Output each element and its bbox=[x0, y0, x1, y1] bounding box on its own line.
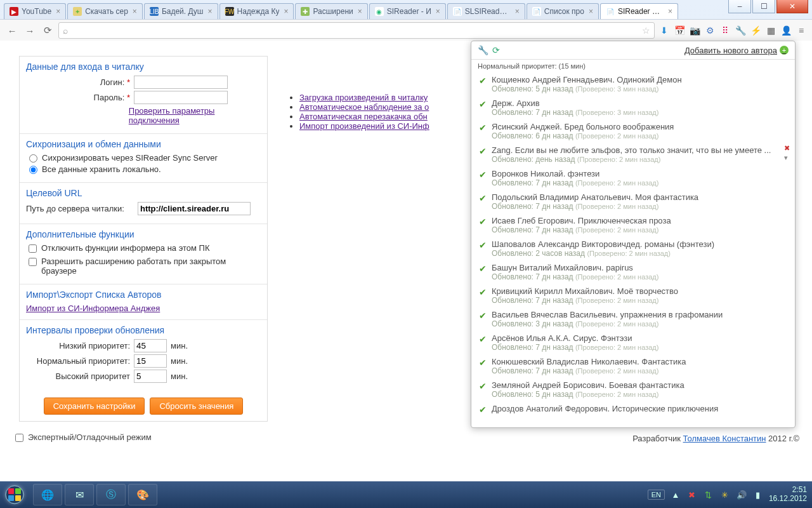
tab-close-icon[interactable]: × bbox=[208, 7, 213, 16]
tray-flag-icon[interactable]: ▲ bbox=[670, 489, 681, 500]
tab-close-icon[interactable]: × bbox=[589, 7, 593, 16]
low-priority-input[interactable] bbox=[134, 339, 167, 352]
window-minimize-button[interactable]: – bbox=[728, 0, 751, 13]
tab-favicon: ▶ bbox=[10, 7, 18, 16]
browser-tab[interactable]: ◉SIReader - И× bbox=[369, 3, 446, 19]
bookmark-star-icon[interactable]: ☆ bbox=[642, 25, 650, 36]
author-entry[interactable]: ✔Держ. АрхивОбновлено: 7 дн назад (Прове… bbox=[478, 96, 792, 119]
tab-close-icon[interactable]: × bbox=[515, 7, 520, 16]
dropbox-icon[interactable]: ⬇ bbox=[658, 25, 670, 36]
author-entry[interactable]: ✔Кощиенко Андрей Геннадьевич. Одинокий Д… bbox=[478, 72, 792, 96]
author-entry[interactable]: ✔Арсёнов Илья А.К.А. Сирус. ФэнтэзиОбнов… bbox=[478, 331, 792, 354]
expert-mode-checkbox[interactable] bbox=[15, 434, 23, 442]
tab-close-icon[interactable]: × bbox=[436, 7, 440, 16]
author-entry[interactable]: ✔Васильев Вячеслав Васильевич. упражнени… bbox=[478, 307, 792, 331]
tray-network-icon[interactable]: ⇅ bbox=[703, 489, 714, 500]
author-entry[interactable]: ✔Конюшевский Владислав Николаевич. Фанта… bbox=[478, 354, 792, 378]
help-link[interactable]: Импорт произведений из СИ-Инф bbox=[299, 121, 429, 131]
developer-link[interactable]: Толмачев Константин bbox=[683, 434, 766, 443]
author-entry[interactable]: ✔Дроздов Анатолий Федорович. Исторически… bbox=[478, 401, 792, 416]
author-list[interactable]: ✔Кощиенко Андрей Геннадьевич. Одинокий Д… bbox=[471, 72, 795, 427]
lang-indicator[interactable]: EN bbox=[648, 490, 665, 500]
window-maximize-button[interactable]: ☐ bbox=[752, 0, 775, 13]
browser-tab[interactable]: LIBБадей. Душ× bbox=[144, 3, 218, 19]
tray-clock[interactable]: 2:51 16.12.2012 bbox=[769, 486, 807, 504]
start-button[interactable] bbox=[0, 481, 29, 508]
calendar-icon[interactable]: 📅 bbox=[674, 25, 685, 36]
tray-battery-icon[interactable]: ▮ bbox=[752, 489, 764, 500]
window-close-button[interactable]: ✕ bbox=[776, 0, 808, 13]
bolt-icon[interactable]: ⚡ bbox=[750, 25, 761, 36]
refresh-icon[interactable]: ⟳ bbox=[492, 45, 500, 55]
author-entry[interactable]: ✔Кривицкий Кирилл Михайлович. Моё творче… bbox=[478, 284, 792, 307]
author-entry[interactable]: ✔Zang. Если вы не любите эльфов, это тол… bbox=[478, 143, 792, 166]
browser-tab[interactable]: FWНадежда Ку× bbox=[219, 3, 294, 19]
taskbar-mail[interactable]: ✉ bbox=[65, 484, 94, 505]
sync-section-title: Сихронизация и обмен данными bbox=[26, 139, 261, 149]
expert-mode-row[interactable]: Экспертный/Отладочный режим bbox=[13, 432, 152, 444]
check-connection-link[interactable]: Проверить параметры подключения bbox=[129, 106, 261, 125]
entry-down-icon[interactable]: ▾ bbox=[784, 154, 790, 162]
url-input[interactable] bbox=[138, 202, 251, 215]
browser-tab[interactable]: ✚Расширени× bbox=[295, 3, 367, 19]
taskbar-paint[interactable]: 🎨 bbox=[128, 484, 157, 505]
wrench-icon[interactable]: 🔧 bbox=[478, 45, 488, 55]
extension-icons: ⬇ 📅 📷 ⚙ ⠿ 🔧 ⚡ ▦ 👤 ≡ bbox=[658, 25, 807, 36]
puzzle-icon[interactable]: ⠿ bbox=[719, 25, 731, 36]
browser-tab[interactable]: ▶YouTube× bbox=[4, 3, 66, 19]
camera-icon[interactable]: 📷 bbox=[689, 25, 700, 36]
tab-close-icon[interactable]: × bbox=[133, 7, 137, 16]
forward-button[interactable]: → bbox=[23, 23, 37, 37]
entry-title: Конюшевский Владислав Николаевич. Фантас… bbox=[492, 357, 780, 366]
developer-text: Разработчик bbox=[632, 434, 683, 443]
sync-server-radio[interactable] bbox=[29, 154, 37, 163]
address-bar[interactable]: ⌕ ☆ bbox=[58, 22, 655, 39]
reset-button[interactable]: Сбросить значения bbox=[150, 398, 243, 415]
tray-bug-icon[interactable]: ✳ bbox=[719, 489, 731, 500]
author-entry[interactable]: ✔Шаповалов Александр Викторовичдед. рома… bbox=[478, 237, 792, 260]
entry-updated: Обновлено: 7 дн назад bbox=[492, 202, 573, 211]
help-link[interactable]: Автоматическое наблюдение за о bbox=[299, 102, 429, 112]
allow-background-checkbox[interactable] bbox=[29, 258, 37, 266]
menu-icon[interactable]: ≡ bbox=[796, 25, 807, 36]
author-entry[interactable]: ✔Башун Виталий Михайлович. papirusОбновл… bbox=[478, 260, 792, 284]
profile-icon[interactable]: 👤 bbox=[780, 25, 792, 36]
entry-updated: Обновлено: 7 дн назад bbox=[492, 272, 573, 281]
browser-tab[interactable]: ✦Скачать сер× bbox=[67, 3, 143, 19]
taskbar-chrome[interactable]: 🌐 bbox=[33, 484, 62, 505]
tab-close-icon[interactable]: × bbox=[668, 7, 672, 16]
tool-icon[interactable]: 🔧 bbox=[735, 25, 746, 36]
tray-shield-icon[interactable]: ✖ bbox=[686, 489, 698, 500]
tray-volume-icon[interactable]: 🔊 bbox=[736, 489, 747, 500]
entry-delete-icon[interactable]: ✖ bbox=[784, 144, 790, 152]
author-entry[interactable]: ✔Воронков Николай. фэнтезиОбновлено: 7 д… bbox=[478, 166, 792, 190]
reload-button[interactable]: ⟳ bbox=[41, 23, 55, 37]
import-link[interactable]: Импорт из СИ-Информера Анджея bbox=[26, 304, 160, 313]
browser-tab[interactable]: 📄SLSIReader -× bbox=[447, 3, 525, 19]
save-button[interactable]: Сохранить настройки bbox=[44, 398, 145, 415]
back-button[interactable]: ← bbox=[5, 23, 19, 37]
sync-local-radio[interactable] bbox=[29, 166, 37, 174]
author-entry[interactable]: ✔Земляной Андрей Борисович. Боевая фанта… bbox=[478, 378, 792, 401]
tab-close-icon[interactable]: × bbox=[358, 7, 362, 16]
browser-tab[interactable]: 📄Список про× bbox=[527, 3, 599, 19]
author-entry[interactable]: ✔Ясинский Анджей. Бред больного воображе… bbox=[478, 119, 792, 143]
tab-close-icon[interactable]: × bbox=[56, 7, 60, 16]
password-input[interactable] bbox=[134, 91, 228, 104]
login-input[interactable] bbox=[134, 76, 228, 89]
author-entry[interactable]: ✔Подольский Владимир Анатольевич. Моя фа… bbox=[478, 190, 792, 213]
browser-tab[interactable]: 📄SIReader Chr× bbox=[600, 3, 678, 19]
disable-informer-checkbox[interactable] bbox=[29, 244, 37, 253]
help-link[interactable]: Автоматическая перезакачка обн bbox=[299, 112, 428, 121]
taskbar-skype[interactable]: Ⓢ bbox=[96, 484, 126, 505]
gear-icon[interactable]: ⚙ bbox=[704, 25, 716, 36]
entry-checked: (Проверено: 2 мин назад) bbox=[587, 250, 671, 257]
entry-updated: Обновлено: 7 дн назад bbox=[492, 366, 573, 375]
tab-close-icon[interactable]: × bbox=[284, 7, 288, 16]
help-link[interactable]: Загрузка произведений в читалку bbox=[299, 93, 428, 102]
high-priority-input[interactable] bbox=[134, 370, 167, 383]
author-entry[interactable]: ✔Исаев Глеб Егорович. Приключенческая пр… bbox=[478, 213, 792, 237]
add-author-link[interactable]: Добавить нового автора+ bbox=[684, 46, 789, 55]
grid-icon[interactable]: ▦ bbox=[765, 25, 776, 36]
normal-priority-input[interactable] bbox=[134, 354, 167, 368]
